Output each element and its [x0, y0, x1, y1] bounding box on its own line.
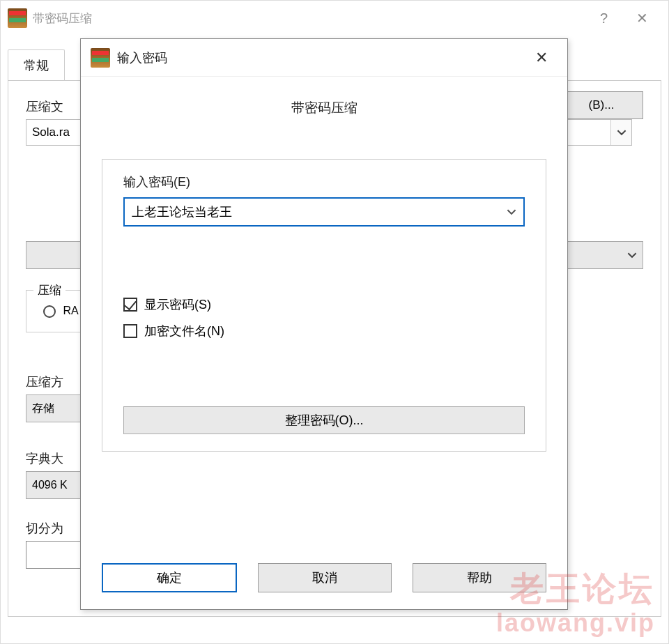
encrypt-filenames-label: 加密文件名(N) — [144, 323, 224, 339]
winrar-icon — [91, 48, 110, 68]
show-password-checkbox[interactable]: 显示密码(S) — [123, 296, 525, 313]
password-label: 输入密码(E) — [123, 174, 525, 190]
close-icon[interactable]: ✕ — [525, 44, 558, 72]
parent-window-title: 带密码压缩 — [33, 10, 585, 26]
password-dialog: 输入密码 ✕ 带密码压缩 输入密码(E) 上老王论坛当老王 显示密码(S) 加密… — [80, 38, 568, 610]
winrar-icon — [8, 8, 27, 28]
password-input[interactable]: 上老王论坛当老王 — [123, 197, 525, 227]
radio-icon[interactable] — [43, 305, 56, 318]
chevron-down-icon[interactable] — [610, 120, 631, 145]
dialog-buttons: 确定 取消 帮助 — [102, 563, 546, 592]
chevron-down-icon[interactable] — [500, 207, 523, 217]
show-password-label: 显示密码(S) — [144, 296, 211, 313]
encrypt-filenames-checkbox[interactable]: 加密文件名(N) — [123, 323, 525, 339]
parent-titlebar: 带密码压缩 ? ✕ — [1, 1, 668, 36]
chevron-down-icon — [627, 250, 637, 260]
password-group: 输入密码(E) 上老王论坛当老王 显示密码(S) 加密文件名(N) 整理密码(O… — [102, 159, 546, 452]
checkbox-icon — [123, 298, 137, 312]
dialog-title: 输入密码 — [117, 49, 525, 66]
dialog-titlebar: 输入密码 ✕ — [81, 39, 567, 77]
checkbox-icon — [123, 324, 137, 338]
cancel-button[interactable]: 取消 — [258, 563, 392, 592]
browse-button[interactable]: (B)... — [560, 91, 643, 119]
archive-display-name: 带密码压缩 — [102, 99, 546, 117]
tab-general[interactable]: 常规 — [8, 49, 65, 81]
help-icon[interactable]: ? — [585, 10, 623, 26]
radio-rar-label: RA — [63, 305, 78, 316]
archive-format-legend: 压缩 — [33, 282, 66, 298]
organize-passwords-button[interactable]: 整理密码(O)... — [123, 406, 525, 434]
help-button[interactable]: 帮助 — [413, 563, 546, 592]
ok-button[interactable]: 确定 — [102, 563, 237, 592]
password-value: 上老王论坛当老王 — [125, 204, 500, 220]
close-icon[interactable]: ✕ — [623, 10, 661, 26]
